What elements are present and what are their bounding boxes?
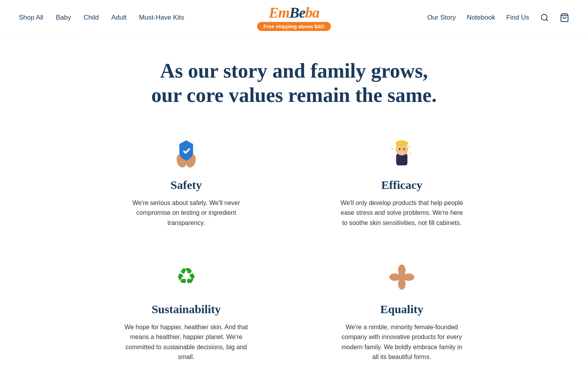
value-card-equality: EqualityWe're a nimble, minority female-…: [314, 259, 490, 362]
value-card-sustainability: ♻ SustainabilityWe hope for happier, hea…: [98, 259, 274, 362]
headline-text: As our story and family grows, our core …: [118, 59, 470, 108]
headline: As our story and family grows, our core …: [19, 59, 569, 108]
values-grid: SafetyWe're serious about safety. We'll …: [98, 135, 490, 362]
nav-item-find-us[interactable]: Find Us: [506, 14, 529, 22]
nav-item-child[interactable]: Child: [83, 14, 99, 22]
svg-text:✦: ✦: [409, 152, 412, 155]
safety-description: We're serious about safety. We'll never …: [123, 198, 249, 228]
equality-description: We're a nimble, minority female-founded …: [339, 322, 465, 362]
equality-title: Equality: [380, 303, 423, 316]
sustainability-title: Sustainability: [152, 303, 221, 316]
svg-text:✦: ✦: [390, 146, 394, 151]
equality-icon: [384, 259, 419, 295]
value-card-safety: SafetyWe're serious about safety. We'll …: [98, 135, 274, 228]
nav-item-shop-all[interactable]: Shop All: [19, 14, 43, 22]
logo[interactable]: EmBeba: [269, 4, 319, 21]
sustainability-icon: ♻: [169, 259, 204, 295]
svg-point-18: [397, 272, 406, 281]
efficacy-icon: ✦ ✦ ✦: [384, 135, 419, 171]
safety-title: Safety: [171, 178, 202, 192]
safety-icon: [169, 135, 204, 171]
nav-right: Our StoryNotebookFind Us: [427, 13, 569, 22]
svg-point-7: [396, 140, 408, 147]
value-card-efficacy: ✦ ✦ ✦ EfficacyWe'll only develop product…: [314, 135, 490, 228]
svg-point-9: [403, 148, 405, 150]
efficacy-description: We'll only develop products that help pe…: [339, 198, 465, 228]
free-shipping-badge: Free shipping above $40!: [257, 22, 331, 31]
logo-wrapper: EmBeba Free shipping above $40!: [257, 4, 331, 31]
svg-text:♻: ♻: [176, 263, 196, 288]
nav-item-notebook[interactable]: Notebook: [467, 14, 495, 22]
nav-item-must-have-kits[interactable]: Must-Have Kits: [139, 14, 184, 22]
svg-line-1: [546, 19, 548, 21]
svg-text:✦: ✦: [408, 145, 411, 149]
nav-item-adult[interactable]: Adult: [111, 14, 127, 22]
efficacy-title: Efficacy: [381, 178, 423, 192]
nav-item-our-story[interactable]: Our Story: [427, 14, 456, 22]
sustainability-description: We hope for happier, healthier skin. And…: [123, 322, 249, 362]
main-content: As our story and family grows, our core …: [0, 35, 588, 390]
site-header: Shop AllBabyChildAdultMust-Have Kits EmB…: [0, 0, 588, 35]
svg-point-8: [399, 148, 400, 150]
search-icon[interactable]: [540, 13, 549, 22]
nav-item-baby[interactable]: Baby: [56, 14, 71, 22]
cart-icon[interactable]: [560, 13, 569, 22]
nav-left: Shop AllBabyChildAdultMust-Have Kits: [19, 14, 184, 22]
